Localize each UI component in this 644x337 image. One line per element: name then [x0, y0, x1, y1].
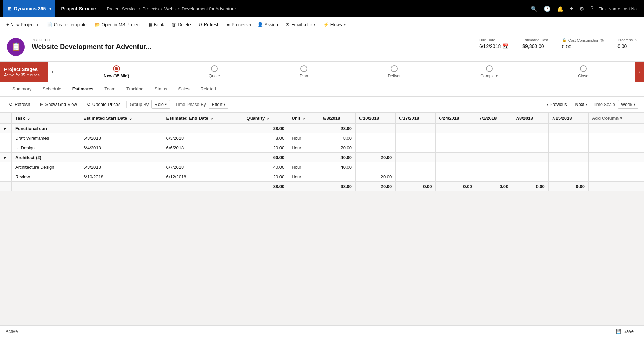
- estimates-refresh-label: Refresh: [14, 102, 30, 107]
- user-label[interactable]: First Name Last Na...: [598, 6, 641, 11]
- breadcrumb-item-2[interactable]: Projects: [142, 6, 159, 11]
- start-date-col-header[interactable]: Estimated Start Date ⌄: [80, 113, 163, 124]
- unit-col-header[interactable]: Unit ⌄: [288, 113, 319, 124]
- time-scale-dropdown[interactable]: Week ▾: [618, 100, 638, 109]
- table-row: Draft Wireframes 6/3/2018 6/3/2018 8.00 …: [0, 133, 644, 143]
- search-icon[interactable]: 🔍: [529, 4, 539, 13]
- stage-nav-left-button[interactable]: ‹: [48, 62, 57, 82]
- footer-d715: 0.00: [548, 182, 588, 191]
- group-by-dropdown[interactable]: Role ▾: [151, 100, 170, 109]
- cost-consumption-label: 🔒 Cost Consumption %: [562, 38, 604, 42]
- date-78-header: 7/8/2018: [512, 113, 549, 124]
- chevron-down-icon: ▾: [49, 7, 51, 11]
- dynamics-app-name: Dynamics 365: [14, 6, 46, 11]
- group-d617-cell: [396, 153, 436, 162]
- stage-item-complete[interactable]: Complete: [480, 65, 498, 78]
- tab-summary[interactable]: Summary: [7, 82, 37, 96]
- group-unit-cell: [288, 124, 319, 133]
- tab-related[interactable]: Related: [195, 82, 222, 96]
- recent-icon[interactable]: 🕐: [542, 4, 552, 13]
- calendar-icon[interactable]: 📅: [503, 43, 509, 49]
- tab-sales[interactable]: Sales: [173, 82, 195, 96]
- group-d610-cell: [356, 124, 396, 133]
- breadcrumb-item-3[interactable]: Website Development for Adventure ...: [164, 6, 241, 11]
- assign-label: Assign: [265, 22, 278, 27]
- refresh-icon: ↺: [198, 22, 202, 27]
- estimates-refresh-button[interactable]: ↺ Refresh: [6, 100, 34, 109]
- expand-cell[interactable]: ▾: [0, 124, 12, 133]
- process-button[interactable]: ≡ Process ▾: [224, 20, 253, 29]
- table-row: ▾ Architect (2) 60.00 40.00 20.00: [0, 153, 644, 162]
- tab-status[interactable]: Status: [149, 82, 173, 96]
- stage-item-quote[interactable]: Quote: [209, 65, 220, 78]
- row-unit: Hour: [288, 143, 319, 153]
- open-ms-project-button[interactable]: 📂 Open in MS Project: [91, 20, 144, 29]
- quantity-col-header[interactable]: Quantity ⌄: [243, 113, 288, 124]
- tab-tracking[interactable]: Tracking: [121, 82, 149, 96]
- time-phase-value: Effort: [212, 102, 223, 107]
- tab-schedule[interactable]: Schedule: [37, 82, 67, 96]
- estimated-cost-label: Estimated Cost: [522, 38, 548, 42]
- group-d617-cell: [396, 124, 436, 133]
- module-name[interactable]: Project Service: [55, 0, 102, 17]
- est-toolbar-right: ‹ Previous Next › Time Scale Week ▾: [544, 100, 638, 109]
- row-task: Review: [12, 172, 80, 182]
- settings-icon[interactable]: ⚙: [578, 4, 585, 13]
- row-expand: [0, 172, 12, 182]
- tab-estimates[interactable]: Estimates: [67, 82, 99, 96]
- nav-left: ⊞ Dynamics 365 ▾ Project Service Project…: [3, 0, 246, 17]
- stage-item-plan[interactable]: Plan: [300, 65, 308, 78]
- row-addcol: [588, 133, 644, 143]
- flows-button[interactable]: ⚡ Flows ▾: [320, 20, 348, 29]
- new-project-button[interactable]: + New Project ▾: [3, 20, 40, 29]
- stage-item-close[interactable]: Close: [578, 65, 589, 78]
- next-button[interactable]: Next ›: [572, 100, 590, 108]
- due-date-field: Due Date 6/12/2018 📅: [479, 38, 509, 49]
- tab-team[interactable]: Team: [99, 82, 121, 96]
- refresh-button[interactable]: ↺ Refresh: [195, 20, 223, 29]
- row-d624: [436, 143, 476, 153]
- footer-unit: [288, 182, 319, 191]
- stage-item-new[interactable]: New (35 Min): [104, 65, 129, 78]
- delete-button[interactable]: 🗑 Delete: [168, 20, 194, 29]
- quantity-sort-icon: ⌄: [266, 116, 270, 121]
- row-end: 6/12/2018: [163, 172, 243, 182]
- add-column-header[interactable]: Add Column ▾: [588, 113, 644, 124]
- add-icon[interactable]: +: [569, 4, 574, 13]
- group-unit-cell: [288, 153, 319, 162]
- flows-label: Flows: [330, 22, 342, 27]
- due-date-value: 6/12/2018 📅: [479, 43, 509, 49]
- group-d71-cell: [476, 153, 512, 162]
- task-col-header[interactable]: Task ⌄: [12, 113, 80, 124]
- group-label-cell: Architect (2): [12, 153, 80, 162]
- stage-circle-complete: [486, 65, 493, 72]
- help-icon[interactable]: ?: [589, 4, 595, 13]
- due-date-text: 6/12/2018: [479, 43, 501, 49]
- footer-task: [12, 182, 80, 191]
- stage-nav-right-button[interactable]: ›: [635, 62, 644, 82]
- date-624-header: 6/24/2018: [436, 113, 476, 124]
- update-prices-button[interactable]: ↺ Update Prices: [83, 100, 124, 109]
- previous-icon: ‹: [546, 102, 548, 107]
- email-link-button[interactable]: ✉ Email a Link: [282, 20, 319, 29]
- time-phase-dropdown[interactable]: Effort ▾: [209, 100, 229, 109]
- project-avatar: 📋: [7, 38, 25, 56]
- project-type-label: PROJECT: [32, 38, 466, 42]
- show-grid-view-button[interactable]: ⊞ Show Grid View: [37, 100, 81, 109]
- date-71-header: 7/1/2018: [476, 113, 512, 124]
- notification-icon[interactable]: 🔔: [555, 4, 565, 13]
- end-date-col-header[interactable]: Estimated End Date ⌄: [163, 113, 243, 124]
- row-d715: [548, 143, 588, 153]
- create-template-button[interactable]: 📄 Create Template: [43, 20, 90, 29]
- previous-button[interactable]: ‹ Previous: [544, 100, 570, 108]
- book-button[interactable]: ▦ Book: [145, 20, 168, 29]
- new-project-label: New Project: [11, 22, 35, 27]
- footer-addcol: [588, 182, 644, 191]
- assign-button[interactable]: 👤 Assign: [254, 20, 282, 29]
- row-d78: [512, 133, 549, 143]
- breadcrumb-item-1[interactable]: Project Service: [107, 6, 137, 11]
- dynamics-logo[interactable]: ⊞ Dynamics 365 ▾: [3, 0, 55, 17]
- expand-cell[interactable]: ▾: [0, 153, 12, 162]
- stage-item-deliver[interactable]: Deliver: [388, 65, 401, 78]
- group-start-cell: [80, 153, 163, 162]
